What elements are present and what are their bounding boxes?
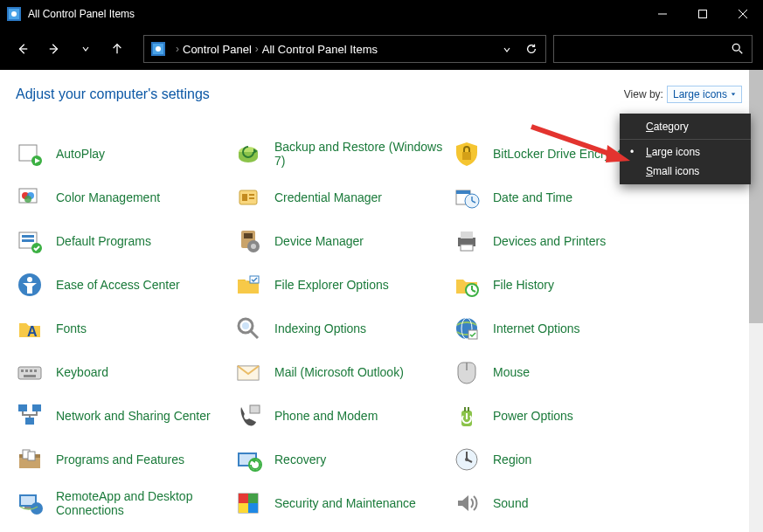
control-panel-item[interactable]: Backup and Restore (Windows 7) <box>234 138 453 169</box>
minimize-button[interactable] <box>642 0 683 28</box>
item-label: Security and Maintenance <box>274 496 416 510</box>
svg-rect-30 <box>456 190 470 194</box>
printers-icon <box>453 227 481 255</box>
control-panel-item[interactable]: Device Manager <box>234 225 453 257</box>
svg-rect-26 <box>242 194 247 201</box>
maximize-button[interactable] <box>683 0 723 28</box>
menu-item-category[interactable]: Category <box>620 117 751 136</box>
control-panel-items-grid: AutoPlayBackup and Restore (Windows 7)Bi… <box>16 138 742 519</box>
svg-rect-69 <box>25 418 34 425</box>
svg-point-41 <box>251 244 256 249</box>
keyboard-icon <box>16 358 44 386</box>
address-bar[interactable]: › Control Panel › All Control Panel Item… <box>143 35 546 63</box>
internet-icon <box>453 314 481 342</box>
chevron-right-icon[interactable]: › <box>176 43 179 55</box>
svg-rect-4 <box>699 10 707 18</box>
vertical-scrollbar[interactable] <box>749 70 763 532</box>
chevron-down-icon <box>731 92 736 97</box>
item-label: Region <box>493 453 531 466</box>
breadcrumb-control-panel[interactable]: Control Panel <box>183 43 252 56</box>
control-panel-item[interactable]: Internet Options <box>453 313 671 344</box>
control-panel-item[interactable]: Devices and Printers <box>453 225 671 257</box>
svg-point-24 <box>24 196 31 203</box>
filehistory-icon <box>453 271 481 299</box>
breadcrumb-all-items[interactable]: All Control Panel Items <box>262 43 378 56</box>
item-label: Device Manager <box>274 234 364 248</box>
control-panel-item[interactable]: Default Programs <box>16 225 234 257</box>
forward-button[interactable] <box>42 37 66 61</box>
menu-item-large-icons[interactable]: •Large icons <box>620 142 751 162</box>
item-label: Network and Sharing Center <box>56 409 211 423</box>
control-panel-item[interactable]: Mail (Microsoft Outlook) <box>234 356 453 388</box>
svg-point-12 <box>156 46 161 52</box>
back-button[interactable] <box>10 37 35 61</box>
svg-rect-20 <box>462 152 471 160</box>
fonts-icon: A <box>16 314 44 342</box>
control-panel-item[interactable]: Region <box>453 444 671 475</box>
search-icon[interactable] <box>724 43 752 55</box>
control-panel-item[interactable]: File History <box>453 269 671 301</box>
svg-rect-60 <box>25 370 28 372</box>
control-panel-item[interactable]: Power Options <box>453 400 671 432</box>
remote-icon <box>16 489 44 517</box>
svg-rect-36 <box>22 239 34 242</box>
refresh-button[interactable] <box>517 43 545 55</box>
scrollbar-thumb[interactable] <box>749 70 763 323</box>
ease-icon <box>16 271 44 299</box>
control-panel-item[interactable]: Ease of Access Center <box>16 269 234 301</box>
control-panel-item[interactable]: AFonts <box>16 313 234 344</box>
power-icon <box>453 402 481 430</box>
control-panel-item[interactable]: Date and Time <box>453 182 671 213</box>
network-icon <box>16 402 44 430</box>
control-panel-item[interactable]: Network and Sharing Center <box>16 400 234 432</box>
titlebar: All Control Panel Items <box>0 0 763 28</box>
svg-rect-59 <box>21 370 24 372</box>
item-label: Indexing Options <box>274 321 366 335</box>
item-label: Phone and Modem <box>274 409 378 423</box>
chevron-right-icon[interactable]: › <box>255 43 259 55</box>
up-button[interactable] <box>105 37 129 61</box>
control-panel-item[interactable]: Indexing Options <box>234 313 453 344</box>
control-panel-item[interactable]: Color Management <box>16 182 234 213</box>
datetime-icon <box>453 183 481 211</box>
defaultprog-icon <box>16 227 44 255</box>
control-panel-item[interactable]: Phone and Modem <box>234 400 453 432</box>
svg-rect-92 <box>248 494 258 503</box>
control-panel-item[interactable]: Mouse <box>453 356 671 388</box>
item-label: AutoPlay <box>56 147 105 161</box>
control-panel-item[interactable]: Credential Manager <box>234 182 453 213</box>
item-label: Power Options <box>493 409 573 423</box>
control-panel-item[interactable]: Programs and Features <box>16 444 234 475</box>
address-icon <box>151 42 165 56</box>
svg-rect-77 <box>28 452 35 460</box>
svg-rect-35 <box>22 235 34 238</box>
mouse-icon <box>453 358 481 386</box>
control-panel-item[interactable]: File Explorer Options <box>234 269 453 301</box>
control-panel-item[interactable]: AutoPlay <box>16 138 234 169</box>
viewby-dropdown[interactable]: Large icons <box>667 86 742 103</box>
item-label: Keyboard <box>56 365 108 379</box>
item-label: Mail (Microsoft Outlook) <box>274 365 404 379</box>
svg-rect-94 <box>248 503 258 513</box>
svg-rect-63 <box>24 375 36 377</box>
app-icon <box>7 7 21 21</box>
viewby-value: Large icons <box>673 88 727 100</box>
address-history-dropdown[interactable] <box>496 41 517 57</box>
control-panel-item[interactable]: Recovery <box>234 444 453 475</box>
control-panel-item[interactable]: Security and Maintenance <box>234 487 453 519</box>
item-label: Fonts <box>56 321 87 335</box>
history-dropdown[interactable] <box>73 37 98 61</box>
item-label: Date and Time <box>493 190 572 204</box>
item-label: Recovery <box>274 453 326 466</box>
control-panel-item[interactable]: Keyboard <box>16 356 234 388</box>
item-label: Internet Options <box>493 321 580 335</box>
svg-rect-65 <box>238 366 259 380</box>
svg-rect-68 <box>32 404 41 411</box>
control-panel-item[interactable]: RemoteApp and Desktop Connections <box>16 487 234 519</box>
close-button[interactable] <box>723 0 763 28</box>
menu-item-small-icons[interactable]: Small icons <box>620 162 751 181</box>
search-input[interactable] <box>553 35 753 63</box>
svg-point-2 <box>11 11 17 17</box>
control-panel-item[interactable]: Sound <box>453 487 671 519</box>
menu-separator <box>620 139 751 140</box>
